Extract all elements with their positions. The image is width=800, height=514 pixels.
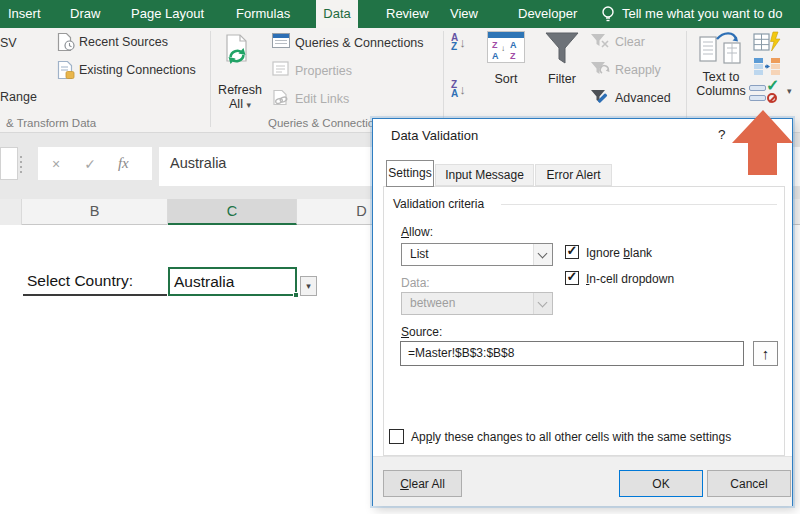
tab-insert[interactable]: Insert: [8, 0, 41, 28]
advanced-button[interactable]: Advanced: [615, 91, 671, 106]
settings-tab-page: [383, 186, 785, 456]
dialog-help-button[interactable]: ?: [718, 127, 726, 142]
allow-label: Allow:: [401, 225, 433, 239]
sort-button[interactable]: Sort: [483, 72, 529, 86]
group-divider: [686, 31, 687, 127]
properties-icon: [272, 61, 289, 77]
queries-connections-button[interactable]: Queries & Connections: [295, 36, 424, 51]
select-country-label-cell[interactable]: Select Country:: [23, 268, 167, 296]
chevron-down-icon: [538, 298, 548, 308]
clear-filter-icon: [590, 33, 612, 49]
recent-sources-icon: [57, 32, 76, 52]
cancel-entry-icon[interactable]: ×: [52, 156, 60, 172]
refresh-all-icon: [221, 31, 257, 75]
clear-button-disabled: Clear: [615, 35, 645, 50]
text-to-columns-button[interactable]: Text to Columns: [692, 70, 750, 98]
from-table-range-button-partial[interactable]: Range: [0, 90, 37, 105]
tab-page-layout[interactable]: Page Layout: [131, 0, 204, 28]
text-to-columns-icon: [698, 31, 744, 67]
allow-dropdown[interactable]: List: [401, 243, 553, 266]
column-header-b[interactable]: B: [22, 199, 168, 225]
apply-to-all-label[interactable]: Apply these changes to all other cells w…: [411, 430, 731, 444]
tab-data-active[interactable]: Data: [316, 0, 358, 28]
name-box[interactable]: [0, 147, 18, 180]
dialog-title: Data Validation: [391, 128, 478, 143]
refresh-all-label-line1: Refresh: [214, 83, 266, 97]
lightbulb-icon: [600, 5, 616, 23]
properties-button-disabled: Properties: [295, 64, 352, 79]
queries-connections-icon: [272, 33, 290, 48]
in-cell-dropdown-button[interactable]: ▾: [300, 276, 317, 296]
tab-draw[interactable]: Draw: [70, 0, 100, 28]
edit-links-button-disabled: Edit Links: [295, 92, 349, 107]
sort-dialog-icon: Z A A Z ↓: [487, 31, 525, 63]
sort-a-to-z-button[interactable]: AZ ↓: [451, 33, 466, 51]
tab-developer[interactable]: Developer: [518, 0, 577, 28]
data-dropdown-value: between: [410, 296, 455, 310]
source-input[interactable]: =Master!$B$3:$B$8: [400, 341, 744, 366]
group-label-queries-connections: Queries & Connections: [268, 117, 386, 129]
source-label: Source:: [401, 325, 442, 339]
data-label-disabled: Data:: [401, 276, 430, 290]
dropdown-chevron-zone[interactable]: [533, 244, 552, 265]
dropdown-caret-icon: ▾: [246, 100, 251, 110]
tab-formulas[interactable]: Formulas: [236, 0, 290, 28]
tab-error-alert[interactable]: Error Alert: [535, 164, 612, 186]
recent-sources-button[interactable]: Recent Sources: [79, 35, 168, 50]
advanced-filter-icon: [590, 89, 612, 106]
cancel-button[interactable]: Cancel: [707, 470, 791, 497]
tell-me-box[interactable]: Tell me what you want to do: [622, 0, 782, 28]
data-validation-icon: [749, 85, 766, 91]
allow-dropdown-value: List: [410, 247, 429, 261]
chevron-down-icon: [538, 249, 548, 259]
edit-links-icon: [272, 89, 290, 106]
excel-window: Insert Draw Page Layout Formulas Data Re…: [0, 0, 800, 514]
ribbon-tab-bar: Insert Draw Page Layout Formulas Data Re…: [0, 0, 800, 28]
filter-icon: [543, 31, 581, 67]
down-arrow-icon: ↓: [501, 44, 505, 53]
remove-duplicates-icon: [753, 56, 781, 77]
from-text-csv-button-partial[interactable]: SV: [0, 36, 17, 51]
validation-criteria-section-label: Validation criteria: [393, 197, 484, 211]
selected-cell-c[interactable]: Australia: [168, 267, 297, 296]
in-cell-dropdown-label[interactable]: In-cell dropdown: [586, 272, 674, 286]
flash-fill-icon: [753, 31, 781, 52]
row-header-stub[interactable]: [0, 199, 22, 225]
insert-function-icon[interactable]: fx: [118, 155, 129, 172]
tab-view[interactable]: View: [450, 0, 478, 28]
callout-arrow-up: [730, 105, 794, 180]
tab-input-message[interactable]: Input Message: [435, 164, 534, 186]
group-label-get-transform: & Transform Data: [6, 117, 96, 129]
sort-z-to-a-button[interactable]: ZA ↓: [451, 80, 466, 98]
group-divider: [210, 31, 211, 127]
in-cell-dropdown-checkbox[interactable]: ✓: [565, 271, 579, 285]
tab-settings-active[interactable]: Settings: [386, 160, 434, 187]
down-arrow-icon: ↓: [459, 82, 466, 97]
formula-bar-resize-handle[interactable]: [20, 156, 22, 173]
column-header-c-selected[interactable]: C: [168, 199, 297, 225]
formula-bar-buttons: × ✓ fx: [38, 147, 152, 180]
red-no-sign-icon: [767, 93, 777, 103]
reapply-button-disabled: Reapply: [615, 63, 661, 78]
group-divider: [443, 31, 444, 127]
ignore-blank-label[interactable]: Ignore blank: [586, 246, 652, 260]
ignore-blank-checkbox[interactable]: ✓: [565, 245, 579, 259]
existing-connections-icon: [57, 60, 77, 80]
filter-button[interactable]: Filter: [540, 72, 584, 86]
clear-all-button[interactable]: Clear All: [383, 470, 462, 497]
ok-button[interactable]: OK: [619, 470, 703, 497]
fill-handle[interactable]: [293, 292, 299, 298]
collapse-dialog-range-button[interactable]: ↑: [753, 341, 778, 366]
data-validation-button[interactable]: ✓: [749, 83, 783, 105]
tab-review[interactable]: Review: [386, 0, 429, 28]
selected-cell-value: Australia: [174, 273, 234, 290]
apply-to-all-checkbox[interactable]: [389, 429, 404, 444]
refresh-all-button[interactable]: Refresh All ▾: [214, 83, 266, 111]
refresh-all-label-line2: All ▾: [214, 97, 266, 111]
confirm-entry-icon[interactable]: ✓: [84, 156, 96, 172]
data-dropdown-disabled: between: [401, 292, 553, 315]
reapply-filter-icon: [590, 61, 612, 77]
existing-connections-button[interactable]: Existing Connections: [79, 63, 196, 78]
section-divider: [501, 204, 777, 205]
data-validation-dropdown-caret[interactable]: ▾: [787, 86, 792, 96]
